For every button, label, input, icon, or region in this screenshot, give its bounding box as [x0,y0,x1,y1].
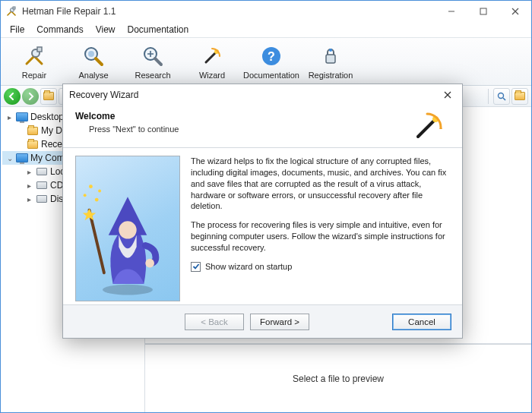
toolbar-wizard[interactable]: Wizard [183,39,241,84]
close-icon [444,91,451,99]
cancel-button[interactable]: Cancel [392,314,451,330]
svg-rect-11 [37,47,42,52]
menu-documentation[interactable]: Documentation [122,23,195,36]
menu-file[interactable]: File [4,23,30,36]
dialog-titlebar[interactable]: Recovery Wizard [63,84,462,105]
checkbox-icon [191,262,201,272]
toolbar-label: Wizard [199,71,225,80]
svg-point-37 [89,184,93,188]
svg-point-31 [119,221,136,238]
repair-icon [22,44,46,68]
svg-text:?: ? [268,50,275,63]
titlebar[interactable]: Hetman File Repair 1.1 [1,1,531,22]
close-button[interactable] [499,1,531,22]
svg-line-16 [155,58,161,65]
window-controls [435,1,531,22]
registration-icon [318,44,343,68]
dialog-heading: Welcome [75,111,407,121]
back-button[interactable]: < Back [185,314,244,330]
dialog-title: Recovery Wizard [68,90,438,100]
maximize-button[interactable] [467,1,499,22]
checkbox-label: Show wizard on startup [205,261,292,273]
wizard-illustration [75,156,180,301]
svg-line-32 [89,210,103,273]
svg-point-30 [103,285,153,295]
svg-rect-3 [13,7,15,9]
window-title: Hetman File Repair 1.1 [22,6,435,17]
wizard-icon [200,44,224,68]
toolbar-label: Analyse [78,71,108,80]
menu-commands[interactable]: Commands [30,23,89,36]
toolbar-label: Repair [22,71,46,80]
svg-point-35 [84,194,87,197]
toolbar-label: Registration [309,71,353,80]
analyse-icon [81,44,106,68]
toolbar-repair[interactable]: Repair [5,39,63,84]
nav-back-button[interactable] [4,88,21,105]
drive-icon [36,194,48,204]
drive-icon [36,180,48,191]
nav-up-button[interactable] [40,88,57,105]
svg-line-24 [503,98,505,100]
toolbar-label: Research [135,71,170,80]
preview-empty-text: Select a file to preview [293,374,384,384]
nav-forward-button[interactable] [22,88,39,105]
menubar: File Commands View Documentation [1,22,531,37]
tree-label: Desktop [30,112,64,122]
research-icon [141,44,165,68]
nav-view-details-button[interactable] [493,88,510,105]
view-icon [497,92,506,101]
svg-point-13 [88,51,94,57]
svg-line-14 [96,58,102,65]
folder-up-icon [43,92,54,100]
wizard-text: The wizard helps to fix the logical stru… [191,156,450,304]
nav-view-folder-button[interactable] [511,88,528,105]
wand-icon [407,108,450,144]
svg-point-34 [95,198,99,202]
monitor-icon [16,153,28,163]
main-toolbar: Repair Analyse Research Wizard ? Documen… [1,37,531,86]
svg-point-36 [98,190,101,193]
dialog-button-row: < Back Forward > Cancel [63,304,462,338]
documentation-icon: ? [259,44,283,68]
folder-icon [27,139,39,150]
folder-icon [515,92,525,100]
show-wizard-checkbox[interactable]: Show wizard on startup [191,261,450,273]
minimize-button[interactable] [435,1,467,22]
dialog-close-button[interactable] [438,87,458,102]
svg-line-27 [418,120,435,137]
app-icon [5,5,17,17]
toolbar-research[interactable]: Research [124,39,182,84]
svg-point-38 [145,259,154,268]
svg-rect-5 [480,8,486,14]
toolbar-label: Documentation [243,71,299,80]
wizard-paragraph-1: The wizard helps to fix the logical stru… [191,156,450,212]
toolbar-analyse[interactable]: Analyse [65,39,122,84]
dialog-subheading: Press "Next" to continue [75,121,407,134]
monitor-icon [16,112,28,122]
svg-marker-33 [83,209,96,221]
menu-view[interactable]: View [90,23,122,36]
preview-panel: Select a file to preview [145,344,531,412]
svg-point-23 [499,93,504,98]
toolbar-documentation[interactable]: ? Documentation [242,39,300,84]
folder-icon [27,125,39,136]
forward-button[interactable]: Forward > [250,314,309,330]
svg-point-22 [329,49,332,52]
toolbar-registration[interactable]: Registration [302,39,359,84]
recovery-wizard-dialog: Recovery Wizard Welcome Press "Next" to … [62,84,463,339]
drive-icon [36,166,48,177]
wizard-paragraph-2: The process for recovering files is very… [191,219,450,254]
svg-rect-21 [326,55,335,63]
